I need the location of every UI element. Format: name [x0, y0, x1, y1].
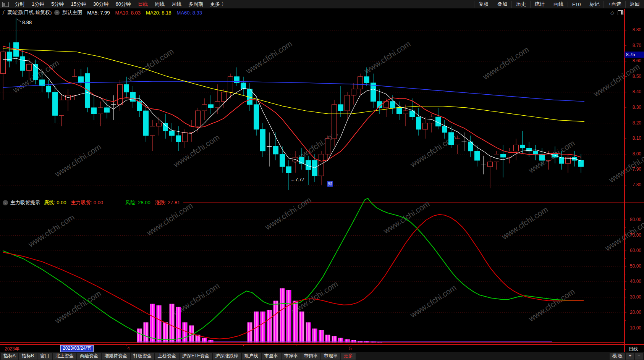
diamond-icon[interactable]: ◇ [610, 10, 614, 16]
date-tick [296, 345, 296, 346]
toolbar-item[interactable]: 窗口 [37, 353, 52, 360]
period-tab[interactable]: 更多 〉 [207, 1, 230, 7]
toolbar-item[interactable]: 两融资金 [77, 353, 101, 360]
svg-text:www.cfchi.com: www.cfchi.com [126, 47, 175, 83]
indicator-field: 底线: 0.00 [44, 199, 66, 206]
date-axis-row: 2023年 2023/03/24/五 日线 45 [0, 344, 644, 352]
date-tick [348, 345, 348, 346]
toolbar-item[interactable]: 散户线 [242, 353, 261, 360]
svg-text:www.cfchi.com: www.cfchi.com [408, 283, 458, 319]
svg-text:www.cfchi.com: www.cfchi.com [244, 39, 294, 75]
bottom-toolbar: 指标A指标B窗口北上资金两融资金增减持资金打板资金上榜资金沪深ETF资金沪深涨跌… [0, 352, 644, 360]
svg-text:www.cfchi.com: www.cfchi.com [527, 138, 576, 174]
toolbar-item[interactable]: 指标A [1, 353, 18, 360]
toolbar-item[interactable]: 模 板 [610, 353, 625, 360]
toolbar-item[interactable]: 指标B [19, 353, 37, 360]
toolbar-item[interactable]: 市净率 [282, 353, 301, 360]
price-axis-label: 8.20 [633, 120, 641, 126]
indicator-axis-label: 60.00 [630, 248, 641, 253]
chevron-down-icon[interactable]: ⌄ [54, 10, 60, 15]
period-label: 日线 [629, 346, 638, 352]
period-tab[interactable]: 日线 [134, 1, 151, 7]
tool-button[interactable]: 标记 [585, 1, 604, 8]
tool-button[interactable]: 返回 [625, 1, 644, 8]
candles [1, 18, 584, 190]
title-row: 广聚能源(日线.前复权) ⌄ 默认主图 MA5: 7.99MA10: 8.03M… [0, 8, 644, 17]
toolbar-item[interactable]: − [635, 353, 643, 360]
period-tab[interactable]: 60分钟 [112, 1, 134, 7]
price-axis-label: 8.70 [633, 43, 641, 48]
tool-button[interactable]: 统计 [530, 1, 549, 8]
main-chart-style-label[interactable]: 默认主图 [62, 9, 82, 16]
ma-legend-item: MA5: 7.99 [87, 10, 110, 16]
indicator-axis-label: 10.00 [630, 325, 641, 331]
toolbar-item[interactable]: 北上资金 [53, 353, 76, 360]
toolbar-item[interactable]: 沪深涨跌停 [213, 353, 241, 360]
toolbar-item[interactable]: 沪深ETF资金 [180, 353, 212, 360]
svg-text:www.cfchi.com: www.cfchi.com [481, 45, 531, 81]
period-tabs: 分时1分钟5分钟15分钟30分钟60分钟日线周线月线多周期更多 〉 [11, 1, 230, 8]
period-tab[interactable]: 1分钟 [28, 1, 48, 7]
toolbar-item[interactable]: 打板资金 [131, 353, 154, 360]
price-axis-label: 8.00 [633, 151, 641, 157]
indicator-axis-label: 70.00 [630, 232, 641, 238]
window-layout-icon[interactable] [2, 2, 9, 7]
period-tab[interactable]: 分时 [11, 1, 28, 7]
indicator-axis-label: 80.00 [630, 217, 641, 222]
split-window-icon[interactable] [618, 10, 623, 15]
tool-button[interactable]: 历史 [511, 1, 530, 8]
svg-text:www.cfchi.com: www.cfchi.com [527, 287, 576, 323]
price-axis-label: 8.60 [633, 58, 641, 63]
toolbar-item[interactable]: + [626, 353, 634, 360]
toolbar-item[interactable]: 上榜资金 [155, 353, 179, 360]
indicator-axis-label: 50.00 [630, 263, 641, 269]
toolbar-item[interactable]: 市销率 [301, 353, 320, 360]
tool-button[interactable]: F10 [568, 2, 585, 7]
year-label: 2023年 [5, 346, 19, 352]
toolbar-item[interactable]: 市现率 [321, 353, 340, 360]
svg-text:www.cfchi.com: www.cfchi.com [26, 212, 76, 249]
indicator-title: 主力吸货提示 [10, 199, 40, 206]
chevron-down-icon[interactable]: ⌄ [3, 200, 8, 205]
period-tab[interactable]: 周线 [151, 1, 168, 7]
indicator-fields: 底线: 0.00主力吸货: 0.00风险: 28.00涨跌: 27.81 [44, 199, 180, 206]
price-highlight-label: 8.75 [625, 52, 644, 58]
toolbar-item[interactable]: 更多 [341, 353, 356, 360]
top-right-tools: 复权叠加历史统计画线F10标记+自选返回 [474, 0, 644, 8]
tool-button[interactable]: +自选 [604, 1, 625, 8]
period-tab[interactable]: 30分钟 [90, 1, 112, 7]
toolbar-item[interactable]: 市盈率 [262, 353, 281, 360]
period-tab[interactable]: 5分钟 [48, 1, 67, 7]
low-annotation: ←7.77 [291, 177, 304, 182]
candlestick-chart[interactable]: www.cfchi.comwww.cfchi.comwww.cfchi.comw… [0, 17, 644, 190]
candlestick-chart-panel[interactable]: www.cfchi.comwww.cfchi.comwww.cfchi.comw… [0, 17, 644, 190]
price-axis-label: 8.30 [633, 105, 641, 110]
toolbar-item[interactable]: 增减持资金 [102, 353, 130, 360]
tool-button[interactable]: 复权 [474, 1, 493, 8]
indicator-chart[interactable]: www.cfchi.comwww.cfchi.comwww.cfchi.comw… [0, 190, 644, 344]
watermarks: www.cfchi.comwww.cfchi.comwww.cfchi.comw… [26, 195, 644, 325]
toolbar-right-group: 模 板+− [610, 353, 643, 360]
news-badge[interactable]: 财 [327, 181, 333, 187]
period-tab[interactable]: 多周期 [185, 1, 207, 7]
period-tab[interactable]: 月线 [168, 1, 185, 7]
date-tick-label: 5 [349, 346, 352, 351]
date-tick-label: 4 [127, 346, 130, 351]
tool-button[interactable]: 叠加 [493, 1, 511, 8]
volume-bars [137, 288, 382, 342]
ma-legend-item: MA20: 8.18 [146, 10, 172, 16]
price-axis-label: 8.40 [633, 89, 641, 94]
svg-text:www.cfchi.com: www.cfchi.com [382, 199, 431, 235]
top-menu-bar: 分时1分钟5分钟15分钟30分钟60分钟日线周线月线多周期更多 〉 复权叠加历史… [0, 0, 644, 8]
tool-button[interactable]: 画线 [549, 1, 568, 8]
indicator-axis-label: 20.00 [630, 310, 641, 315]
svg-text:www.cfchi.com: www.cfchi.com [53, 142, 103, 178]
period-tab[interactable]: 15分钟 [67, 1, 89, 7]
indicator-panel[interactable]: www.cfchi.comwww.cfchi.comwww.cfchi.comw… [0, 190, 644, 344]
ma-legend: MA5: 7.99MA10: 8.03MA20: 8.18MA60: 8.33 [87, 10, 202, 16]
svg-text:www.cfchi.com: www.cfchi.com [500, 205, 550, 241]
indicator-field: 风险: 28.00 [125, 199, 150, 206]
symbol-title: 广聚能源(日线.前复权) [2, 9, 52, 16]
selected-date-label[interactable]: 2023/03/24/五 [60, 345, 94, 352]
price-axis-label: 7.90 [633, 166, 641, 172]
